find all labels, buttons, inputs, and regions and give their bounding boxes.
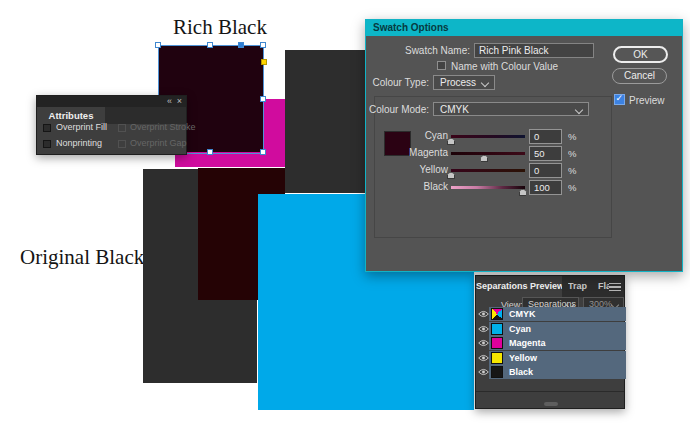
nonprinting-checkbox[interactable] [43,140,51,148]
magenta-unit-label: % [568,148,576,159]
cmyk-swatch-icon [491,308,503,320]
eye-icon[interactable] [478,324,489,334]
yellow-unit-label: % [568,165,576,176]
yellow-slider-label: Yellow [366,164,448,175]
overprint-gap-label: Overprint Gap [130,138,187,148]
yellow-swatch-icon [491,352,503,364]
separation-row-cmyk[interactable]: CMYK [476,307,626,321]
swatch-options-dialog: Swatch Options Swatch Name: Rich Pink Bl… [365,19,683,272]
panel-menu-icon[interactable] [609,282,621,291]
selection-handle[interactable] [155,42,161,48]
cyan-value-input[interactable]: 0 [529,129,562,144]
original-black-label: Original Black [20,245,144,270]
eye-icon[interactable] [478,353,489,363]
eye-icon[interactable] [478,309,489,319]
colour-mode-dropdown[interactable]: CMYK [433,102,589,116]
separation-label: Black [509,365,533,379]
colour-mode-label: Colour Mode: [366,104,429,115]
black-swatch-icon [491,366,503,378]
eye-icon[interactable] [478,367,489,377]
black-slider-track[interactable] [451,186,525,189]
cyan-slider-label: Cyan [366,130,448,141]
cancel-button[interactable]: Cancel [612,68,667,84]
panel-divider [476,391,624,392]
chevron-down-icon [575,106,583,114]
colour-type-dropdown[interactable]: Process [433,75,495,90]
attributes-titlebar[interactable] [37,96,186,107]
close-panel-icon[interactable] [177,96,182,107]
ok-button[interactable]: OK [613,46,668,63]
dialog-titlebar[interactable]: Swatch Options [366,20,682,36]
black-unit-label: % [568,182,576,193]
cyan-slider-track[interactable] [451,135,525,138]
attributes-panel: Attributes Overprint Fill Overprint Stro… [36,95,187,155]
separation-label: Magenta [509,336,546,350]
magenta-value-input[interactable]: 50 [529,146,562,161]
eye-icon[interactable] [478,338,489,348]
overprint-stroke-checkbox [118,124,126,132]
separation-label: Cyan [509,322,531,336]
preview-label: Preview [629,95,665,106]
swatch-name-label: Swatch Name: [366,45,470,56]
name-with-value-checkbox[interactable] [437,61,446,70]
selection-handle[interactable] [260,149,266,155]
selection-handle[interactable] [260,42,266,48]
selection-handle[interactable] [260,96,266,102]
separation-label: Yellow [509,351,537,365]
magenta-slider-track[interactable] [451,152,525,155]
magenta-slider-label: Magenta [366,147,448,158]
separation-label: CMYK [509,307,536,321]
live-corner-widget[interactable] [261,59,267,65]
tab-separations-preview[interactable]: Separations Preview [476,276,562,297]
black-slider-label: Black [366,181,448,192]
name-with-value-label: Name with Colour Value [451,61,558,72]
colour-type-label: Colour Type: [366,77,429,88]
nonprinting-label: Nonprinting [56,138,102,148]
separation-row-black[interactable]: Black [476,365,626,379]
tab-trap[interactable]: Trap [568,276,594,297]
separation-row-magenta[interactable]: Magenta [476,336,626,350]
panel-resize-grip[interactable] [544,402,558,406]
dialog-title: Swatch Options [373,20,449,36]
selection-handle[interactable] [207,149,213,155]
colour-type-value: Process [440,77,476,88]
yellow-value-input[interactable]: 0 [529,163,562,178]
black-value-input[interactable]: 100 [529,180,562,195]
selection-handle[interactable] [207,42,213,48]
overprint-gap-checkbox [118,140,126,148]
colour-mode-value: CMYK [440,104,469,115]
overprint-fill-label: Overprint Fill [56,122,107,132]
separation-row-yellow[interactable]: Yellow [476,351,626,365]
preview-checkbox[interactable] [614,94,625,105]
swatch-name-input[interactable]: Rich Pink Black [474,43,594,58]
cyan-unit-label: % [568,131,576,142]
cyan-swatch-icon [491,323,503,335]
overprint-fill-checkbox[interactable] [43,124,51,132]
collapse-panel-icon[interactable] [167,96,172,107]
selection-handle-active[interactable] [238,42,244,48]
rich-black-label: Rich Black [173,15,267,40]
plain-black-rect[interactable] [285,50,367,193]
separations-tabbar: Separations Preview Trap Flatt [476,276,624,297]
magenta-swatch-icon [491,337,503,349]
separation-row-cyan[interactable]: Cyan [476,322,626,336]
chevron-down-icon [481,79,489,87]
separations-preview-panel: Separations Preview Trap Flatt View: Sep… [475,275,625,409]
overprint-stroke-label: Overprint Stroke [130,122,196,132]
yellow-slider-track[interactable] [451,169,525,172]
